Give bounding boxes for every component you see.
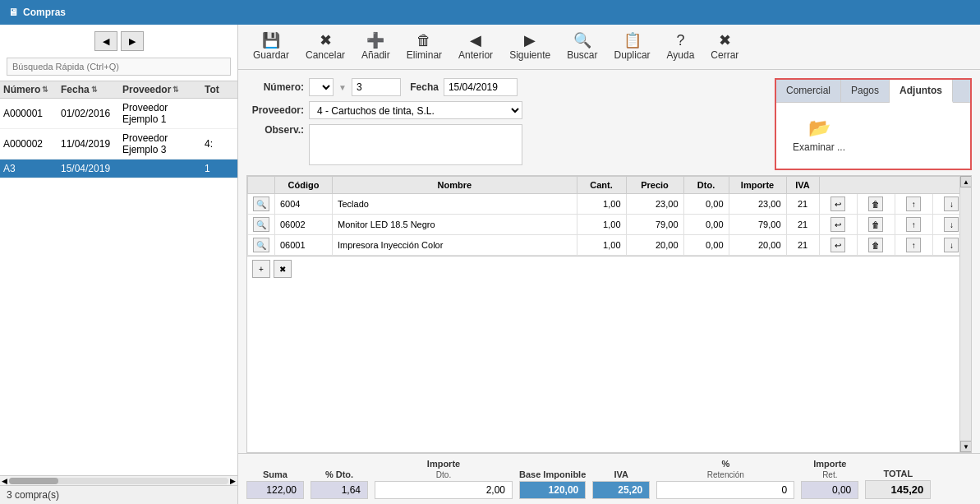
- item-numero: A3: [3, 163, 61, 174]
- proveedor-label: Proveedor:: [246, 104, 304, 116]
- clear-row-button[interactable]: ✖: [274, 260, 292, 278]
- table-header-row: Código Nombre Cant. Precio Dto. Importe …: [248, 177, 971, 194]
- eliminar-button[interactable]: 🗑 Eliminar: [400, 30, 449, 64]
- cell-nombre: Impresora Inyección Color: [333, 235, 577, 256]
- suma-label: Suma: [246, 469, 304, 479]
- eliminar-label: Eliminar: [407, 49, 442, 61]
- row-undo-button[interactable]: ↩: [830, 238, 845, 252]
- scroll-right-arrow[interactable]: ▶: [230, 477, 236, 485]
- row-delete-button[interactable]: 🗑: [868, 238, 883, 252]
- importe-dto-input[interactable]: [375, 481, 513, 499]
- proveedor-row: Proveedor: 4 - Cartuchos de tinta, S.L.: [246, 101, 766, 119]
- guardar-button[interactable]: 💾 Guardar: [246, 30, 296, 64]
- cell-cant: 1,00: [577, 194, 626, 215]
- fecha-input[interactable]: [444, 78, 518, 96]
- list-item[interactable]: A000001 01/02/2016 Proveedor Ejemplo 1: [0, 99, 237, 129]
- examinar-label: Examinar ...: [793, 141, 845, 153]
- scroll-track[interactable]: [9, 478, 228, 484]
- tab-comercial[interactable]: Comercial: [776, 80, 841, 102]
- row-search-button[interactable]: 🔍: [253, 217, 269, 232]
- list-item[interactable]: A000002 11/04/2019 Proveedor Ejemplo 3 4…: [0, 129, 237, 160]
- scroll-up-arrow[interactable]: ▲: [960, 176, 972, 187]
- cell-nombre: Teclado: [333, 194, 577, 215]
- table-body: 🔍 6004 Teclado 1,00 23,00 0,00 23,00 21 …: [248, 194, 971, 256]
- numero-row: Número: A ▼ Fecha: [246, 78, 766, 96]
- duplicar-button[interactable]: 📋 Duplicar: [608, 30, 657, 64]
- item-numero: A000001: [3, 108, 61, 119]
- row-down-button[interactable]: ↓: [944, 238, 959, 252]
- duplicar-label: Duplicar: [614, 49, 651, 61]
- right-panel: 💾 Guardar ✖ Cancelar ➕ Añadir 🗑 Eliminar…: [238, 25, 980, 504]
- item-fecha: 15/04/2019: [61, 163, 122, 174]
- th-search: [248, 177, 275, 194]
- row-delete-button[interactable]: 🗑: [868, 197, 883, 211]
- th-cant: Cant.: [577, 177, 626, 194]
- cancelar-button[interactable]: ✖ Cancelar: [299, 30, 352, 64]
- th-dto: Dto.: [683, 177, 729, 194]
- row-search-button[interactable]: 🔍: [253, 238, 269, 252]
- row-delete-button[interactable]: 🗑: [868, 217, 883, 232]
- horizontal-scrollbar[interactable]: ◀ ▶: [0, 475, 237, 485]
- row-undo-button[interactable]: ↩: [830, 197, 845, 211]
- ayuda-icon: ?: [676, 33, 684, 48]
- scroll-down-arrow[interactable]: ▼: [960, 441, 972, 452]
- col-numero: Número ⇅: [3, 84, 61, 95]
- guardar-icon: 💾: [262, 33, 280, 48]
- app-title: Compras: [23, 7, 66, 18]
- tab-adjuntos[interactable]: Adjuntos: [890, 80, 953, 103]
- row-down-button[interactable]: ↓: [944, 197, 959, 211]
- item-fecha: 11/04/2019: [61, 138, 122, 150]
- suma-value: 122,00: [246, 481, 304, 499]
- row-undo-button[interactable]: ↩: [830, 217, 845, 232]
- siguiente-button[interactable]: ▶ Siguiente: [503, 30, 557, 64]
- add-row-button[interactable]: +: [252, 260, 270, 278]
- iva-value: 25,20: [592, 481, 650, 499]
- importe-ret-field: Importe Ret. 0,00: [801, 459, 858, 499]
- cell-codigo: 06002: [275, 215, 333, 235]
- cerrar-label: Cerrar: [711, 49, 738, 61]
- anterior-label: Anterior: [458, 49, 493, 61]
- row-up-button[interactable]: ↑: [906, 197, 921, 211]
- anadir-button[interactable]: ➕ Añadir: [355, 30, 397, 64]
- suma-field: Suma 122,00: [246, 469, 304, 499]
- list-footer: 3 compra(s): [0, 485, 237, 504]
- row-down-button[interactable]: ↓: [944, 217, 959, 232]
- folder-icon: 📂: [808, 118, 830, 139]
- search-input[interactable]: [7, 58, 231, 76]
- tab-pagos[interactable]: Pagos: [841, 80, 890, 102]
- examinar-button[interactable]: 📂 Examinar ...: [784, 111, 853, 160]
- table-add-row: + ✖: [247, 256, 971, 281]
- scroll-thumb: [9, 478, 58, 484]
- buscar-button[interactable]: 🔍 Buscar: [560, 30, 604, 64]
- cell-cant: 1,00: [577, 235, 626, 256]
- row-up-button[interactable]: ↑: [906, 238, 921, 252]
- cancelar-label: Cancelar: [306, 49, 345, 61]
- pct-retencion-input[interactable]: [656, 481, 794, 499]
- ayuda-button[interactable]: ? Ayuda: [660, 30, 702, 64]
- nav-prev-button[interactable]: ◀: [94, 31, 117, 51]
- buscar-label: Buscar: [567, 49, 597, 61]
- anterior-button[interactable]: ◀ Anterior: [452, 30, 499, 64]
- form-fields: Número: A ▼ Fecha Proveedor: 4 - Cartuch…: [246, 78, 766, 170]
- table-row: 🔍 6004 Teclado 1,00 23,00 0,00 23,00 21 …: [248, 194, 971, 215]
- list-items: A000001 01/02/2016 Proveedor Ejemplo 1 A…: [0, 99, 237, 475]
- cerrar-button[interactable]: ✖ Cerrar: [704, 30, 745, 64]
- proveedor-select[interactable]: 4 - Cartuchos de tinta, S.L.: [309, 101, 522, 119]
- scroll-left-arrow[interactable]: ◀: [2, 477, 7, 485]
- records-count: 3 compra(s): [7, 489, 59, 501]
- search-box: [7, 58, 231, 76]
- series-select[interactable]: A: [309, 78, 334, 96]
- scroll-track: [960, 187, 971, 441]
- row-search-button[interactable]: 🔍: [253, 197, 269, 211]
- table-scrollbar[interactable]: ▲ ▼: [959, 176, 971, 452]
- anadir-icon: ➕: [366, 33, 384, 48]
- nav-next-button[interactable]: ▶: [121, 31, 144, 51]
- pct-retencion-label: %: [656, 459, 794, 469]
- form-area: Número: A ▼ Fecha Proveedor: 4 - Cartuch…: [238, 70, 980, 175]
- summary-bar: Suma 122,00 % Dto. 1,64 Importe Dto. Bas…: [238, 453, 980, 504]
- row-up-button[interactable]: ↑: [906, 217, 921, 232]
- numero-input[interactable]: [352, 78, 401, 96]
- table-row: 🔍 06002 Monitor LED 18.5 Negro 1,00 79,0…: [248, 215, 971, 235]
- observ-textarea[interactable]: [309, 124, 522, 165]
- list-item-selected[interactable]: A3 15/04/2019 1: [0, 160, 237, 178]
